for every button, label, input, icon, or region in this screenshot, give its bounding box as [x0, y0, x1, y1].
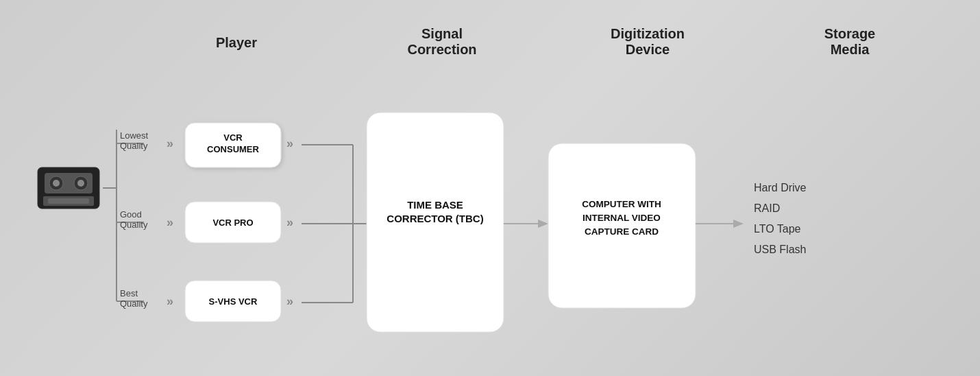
arrow-to-vcr-consumer: »: [167, 137, 173, 150]
header-player: Player: [216, 35, 257, 50]
header-digitization: Digitization: [611, 26, 685, 41]
storage-lto-tape: LTO Tape: [754, 223, 801, 235]
computer-label2: INTERNAL VIDEO: [583, 213, 661, 223]
svhs-label: S-VHS VCR: [209, 296, 258, 307]
quality-best-line1: Best: [120, 288, 138, 298]
vcr-consumer-label1: VCR: [223, 132, 243, 143]
arrow-svhs-to-tbc: »: [286, 294, 293, 308]
tbc-label2: CORRECTOR (TBC): [387, 213, 483, 224]
quality-good-line2: Quality: [120, 220, 148, 230]
quality-lowest-line2: Quality: [120, 141, 148, 151]
computer-label3: CAPTURE CARD: [585, 226, 659, 237]
quality-lowest-line1: Lowest: [120, 130, 149, 141]
arrow-to-svhs: »: [167, 294, 173, 308]
arrow-vcr-consumer-to-tbc: »: [286, 137, 293, 150]
arrow-vcr-pro-to-tbc: »: [286, 215, 293, 229]
diagram-svg: Player Signal Correction Digitization De…: [17, 16, 963, 360]
quality-good-line1: Good: [120, 209, 142, 220]
computer-box: [548, 143, 696, 308]
storage-usb-flash: USB Flash: [754, 244, 806, 255]
vcr-pro-label: VCR PRO: [212, 218, 253, 228]
svg-rect-8: [43, 196, 94, 206]
header-storage2: Media: [831, 42, 870, 57]
diagram-container: Player Signal Correction Digitization De…: [0, 0, 980, 376]
header-storage: Storage: [824, 26, 875, 41]
storage-hard-drive: Hard Drive: [754, 182, 807, 193]
arrow-to-vcr-pro: »: [167, 215, 173, 229]
cassette-tape: [38, 167, 99, 209]
header-signal-correction: Signal: [421, 26, 463, 41]
header-digitization2: Device: [626, 42, 670, 57]
svg-point-4: [53, 180, 60, 187]
tbc-label1: TIME BASE: [407, 199, 463, 211]
svg-point-6: [77, 180, 84, 187]
vcr-consumer-label2: CONSUMER: [207, 144, 259, 154]
quality-best-line2: Quality: [120, 298, 148, 309]
storage-raid: RAID: [754, 202, 780, 214]
computer-label1: COMPUTER WITH: [582, 199, 661, 209]
header-signal-correction2: Correction: [407, 42, 476, 57]
